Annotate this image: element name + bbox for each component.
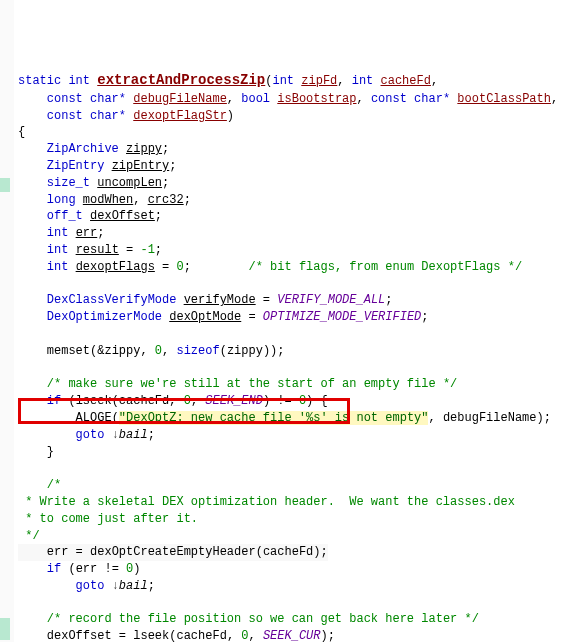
keyword: sizeof [176,344,219,358]
fold-marker [0,178,10,192]
fold-marker [0,618,10,640]
local-var: err [76,226,98,240]
type: DexOptimizerMode [47,310,162,324]
code-viewer: static int extractAndProcessZip(int zipF… [0,0,582,642]
number: 0 [184,394,191,408]
type: int [272,74,294,88]
local-var: dexOffset [47,629,112,642]
keyword: goto [76,579,105,593]
keyword: if [47,562,61,576]
type: int [47,260,69,274]
keyword: static [18,74,61,88]
type: ZipArchive [47,142,119,156]
enum-value: VERIFY_MODE_ALL [277,293,385,307]
call: lseek [133,629,169,642]
local-var: dexoptFlags [76,260,155,274]
comment: */ [18,529,40,543]
local-var: verifyMode [184,293,256,307]
param: debugFileName [133,92,227,106]
local-var: result [76,243,119,257]
local-var: dexOptMode [169,310,241,324]
arg: cacheFd [119,394,169,408]
constant: SEEK_CUR [263,629,321,642]
call: ALOGE [76,411,112,425]
type: off_t [47,209,83,223]
gutter [0,0,14,642]
keyword: if [47,394,61,408]
local-var: zippy [126,142,162,156]
arg: zippy [227,344,263,358]
local-var: dexOffset [90,209,155,223]
type: int [47,226,69,240]
number: 0 [155,344,162,358]
type: size_t [47,176,90,190]
goto-label: bail [112,428,148,442]
local-var: zipEntry [112,159,170,173]
arg: &zippy [97,344,140,358]
constant: SEEK_END [205,394,263,408]
type: const char* [47,109,126,123]
comment: /* bit flags, from enum DexoptFlags */ [248,260,522,274]
comment: * Write a skeletal DEX optimization head… [18,495,515,509]
type: int [68,74,90,88]
call: memset [47,344,90,358]
arg: cacheFd [176,629,226,642]
type: ZipEntry [47,159,105,173]
param: dexoptFlagStr [133,109,227,123]
number: 0 [241,629,248,642]
type: int [352,74,374,88]
type: DexClassVerifyMode [47,293,177,307]
arg: cacheFd [263,545,313,559]
number: 0 [126,562,133,576]
param: cacheFd [381,74,431,88]
type: const char* [371,92,450,106]
local-var: crc32 [148,193,184,207]
type: long [47,193,76,207]
param: zipFd [301,74,337,88]
call: lseek [76,394,112,408]
keyword: goto [76,428,105,442]
comment: /* make sure we're still at the start of… [47,377,457,391]
brace: { [18,125,25,139]
number: 0 [299,394,306,408]
local-var: modWhen [83,193,133,207]
local-var: uncompLen [97,176,162,190]
comment: /* [47,478,61,492]
string: "DexOptZ: new cache file '%s' is not emp… [119,411,429,425]
comment: * to come just after it. [18,512,198,526]
type: int [47,243,69,257]
number: -1 [140,243,154,257]
type: const char* [47,92,126,106]
highlighted-line: err = dexOptCreateEmptyHeader(cacheFd); [18,544,328,561]
comment: /* record the file position so we can ge… [47,612,479,626]
number: 0 [176,260,183,274]
param: bootClassPath [457,92,551,106]
arg: debugFileName [443,411,537,425]
local-var: err [47,545,69,559]
enum-value: OPTIMIZE_MODE_VERIFIED [263,310,421,324]
goto-label: bail [112,579,148,593]
call: dexOptCreateEmptyHeader [90,545,256,559]
param: isBootstrap [277,92,356,106]
function-name: extractAndProcessZip [97,72,265,88]
local-var: err [76,562,98,576]
type: bool [241,92,270,106]
